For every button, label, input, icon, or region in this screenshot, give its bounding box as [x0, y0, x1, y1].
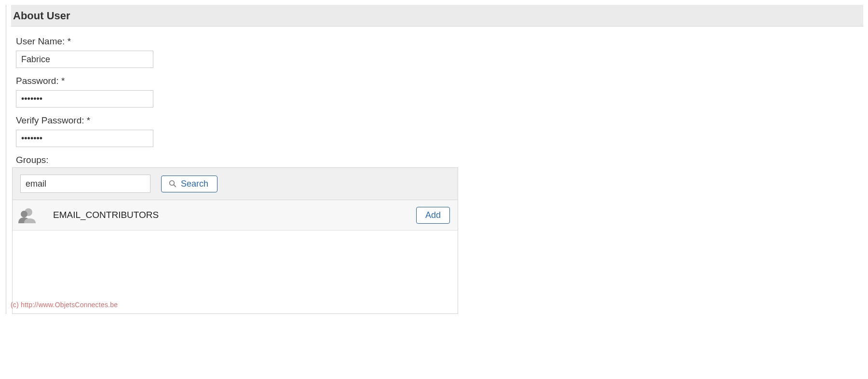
search-icon	[168, 179, 177, 188]
groups-search-bar: Search	[13, 168, 458, 200]
add-button-label: Add	[425, 210, 441, 220]
group-result-row: EMAIL_CONTRIBUTORS Add	[13, 200, 458, 230]
verify-password-row: Verify Password: *	[16, 115, 863, 147]
groups-label: Groups:	[16, 155, 863, 165]
svg-point-0	[170, 181, 175, 186]
password-input[interactable]	[16, 90, 153, 108]
password-row: Password: *	[16, 76, 863, 108]
section-title: About User	[11, 10, 857, 22]
group-icon	[17, 206, 38, 224]
search-button-label: Search	[181, 179, 208, 189]
group-result-name: EMAIL_CONTRIBUTORS	[38, 210, 416, 220]
verify-password-input[interactable]	[16, 130, 153, 147]
add-button[interactable]: Add	[416, 207, 450, 224]
svg-point-3	[21, 211, 27, 217]
section-header: About User	[11, 5, 863, 27]
search-button[interactable]: Search	[161, 176, 217, 192]
password-label: Password: *	[16, 76, 863, 86]
username-input[interactable]	[16, 51, 153, 68]
group-search-input[interactable]	[20, 175, 150, 193]
groups-panel: Search EMAIL_CONTRIBUTORS Add	[12, 167, 458, 314]
watermark: (c) http://www.ObjetsConnectes.be	[11, 301, 118, 309]
username-row: User Name: *	[16, 36, 863, 68]
verify-password-label: Verify Password: *	[16, 115, 863, 126]
username-label: User Name: *	[16, 36, 863, 47]
svg-line-1	[174, 185, 176, 187]
